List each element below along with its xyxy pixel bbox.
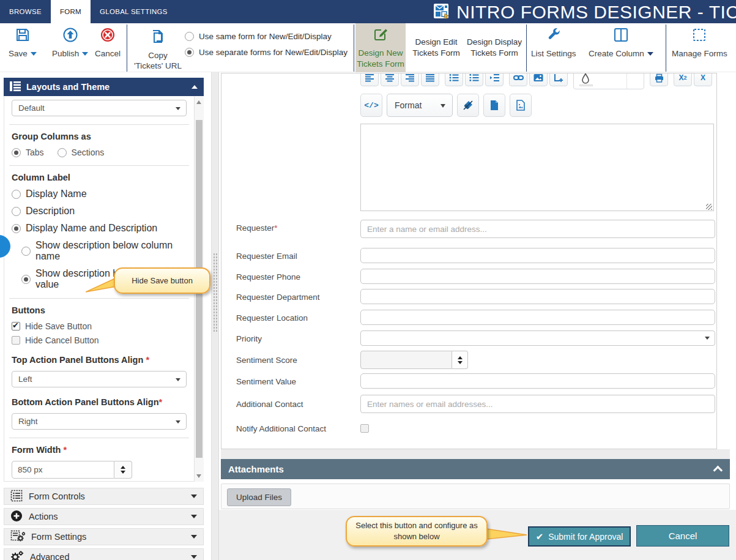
design-edit-tickets-form-button[interactable]: Design Edit Tickets Form	[411, 23, 461, 72]
requester-phone-input[interactable]	[360, 269, 715, 284]
align-left-button[interactable]	[360, 73, 379, 86]
create-column-button[interactable]: Create Column	[589, 27, 653, 58]
manage-forms-label: Manage Forms	[672, 49, 727, 58]
bullet-list-button[interactable]	[445, 73, 463, 86]
submit-for-approval-button[interactable]: ✔ Submit for Approval	[528, 526, 631, 547]
form-width-spin-buttons[interactable]	[114, 461, 132, 479]
additional-contact-input[interactable]: Enter names or email addresses...	[360, 395, 715, 413]
clear-formatting-button[interactable]	[457, 94, 479, 117]
format-dropdown[interactable]: Format	[387, 94, 453, 117]
create-column-dropdown-caret	[647, 52, 653, 56]
chevron-up-icon[interactable]	[713, 466, 723, 476]
design-display-tickets-form-button[interactable]: Design Display Tickets Form	[466, 23, 522, 72]
scroll-down-icon[interactable]	[196, 474, 201, 478]
align-justify-button[interactable]	[421, 73, 439, 86]
radio-circle	[12, 207, 21, 216]
requester-department-input[interactable]	[360, 289, 715, 304]
cancel-label: Cancel	[669, 531, 697, 541]
bottom-align-select[interactable]: Right	[12, 413, 187, 430]
upload-files-button[interactable]: Upload Files	[227, 488, 291, 506]
hide-cancel-button-checkbox[interactable]: Hide Cancel Button	[12, 335, 187, 345]
insert-link-button[interactable]	[509, 73, 527, 86]
requester-input[interactable]: Enter a name or email address...	[360, 220, 715, 238]
radio-tabs[interactable]: Tabs	[12, 147, 44, 157]
attachments-header[interactable]: Attachments	[221, 459, 730, 479]
hide-save-button-checkbox[interactable]: Hide Save Button	[12, 321, 187, 331]
bottom-align-value: Right	[18, 417, 38, 426]
radio-display-name-and-description[interactable]: Display Name and Description	[12, 223, 187, 234]
top-align-value: Left	[18, 375, 32, 384]
color-dropdown-caret[interactable]	[626, 73, 644, 89]
requester-email-input[interactable]	[360, 248, 715, 263]
align-center-button[interactable]	[381, 73, 399, 86]
accordion-form-controls[interactable]: Form Controls	[4, 488, 204, 505]
splitter-grip[interactable]	[213, 253, 218, 332]
tab-global-settings[interactable]: GLOBAL SETTINGS	[91, 0, 177, 23]
cancel-ribbon-button[interactable]: Cancel	[95, 27, 121, 58]
tab-browse[interactable]: BROWSE	[0, 0, 51, 23]
radio-use-separate-forms[interactable]: Use separate forms for New/Edit/Display	[185, 48, 348, 57]
form-width-input[interactable]: 850 px	[12, 461, 114, 479]
accordion-label: Form Settings	[31, 532, 86, 542]
attachments-title: Attachments	[228, 464, 284, 474]
submit-label: Submit for Approval	[548, 532, 623, 542]
subscript-button[interactable]: X2	[674, 73, 692, 86]
collapse-panel-icon[interactable]	[191, 85, 198, 89]
radio-description[interactable]: Description	[12, 206, 187, 217]
spin-up-icon	[121, 466, 125, 469]
form-designer-surface: X2 X </> Format	[221, 73, 717, 449]
radio-display-name[interactable]: Display Name	[12, 189, 187, 200]
publish-button[interactable]: Publish	[52, 27, 88, 58]
clear-format-x-button[interactable]: X	[694, 73, 712, 86]
theme-select[interactable]: Default	[12, 100, 187, 116]
save-label: Save	[9, 49, 28, 58]
list-settings-button[interactable]: List Settings	[531, 27, 576, 58]
insert-template-button[interactable]	[549, 73, 568, 86]
radio-use-same-form[interactable]: Use same form for New/Edit/Display	[185, 32, 348, 41]
tab-form[interactable]: FORM	[51, 0, 91, 23]
copy-tickets-url-button[interactable]: Copy 'Tickets' URL	[133, 28, 182, 72]
scroll-up-icon[interactable]	[196, 100, 201, 104]
requester-location-input[interactable]	[360, 310, 715, 325]
notify-additional-contact-checkbox[interactable]	[360, 424, 369, 433]
sentiment-score-input[interactable]	[360, 351, 452, 369]
accordion-actions[interactable]: Actions	[4, 508, 204, 525]
divider	[9, 124, 189, 125]
ribbon-separator	[354, 24, 354, 72]
new-document-button[interactable]	[483, 94, 505, 117]
sentiment-score-spin-buttons[interactable]	[452, 351, 468, 369]
accordion-advanced[interactable]: Advanced	[4, 548, 204, 560]
sentiment-value-input[interactable]	[360, 373, 715, 389]
accordion-form-settings[interactable]: Form Settings	[4, 528, 204, 545]
panel-splitter[interactable]	[211, 72, 219, 560]
theme-select-value: Default	[18, 103, 45, 113]
text-color-dropdown[interactable]	[573, 73, 644, 89]
callout-hide-save: Hide Save button	[114, 267, 210, 294]
save-button[interactable]: Save	[9, 27, 37, 58]
design-new-tickets-form-button[interactable]: Design New Tickets Form	[355, 23, 406, 72]
print-button[interactable]	[650, 73, 668, 86]
accordion-label: Advanced	[30, 552, 70, 560]
bottom-align-title: Bottom Action Panel Buttons Align*	[12, 397, 187, 407]
insert-image-button[interactable]	[529, 73, 548, 86]
numbered-list-button[interactable]	[465, 73, 483, 86]
resize-handle-icon[interactable]	[706, 204, 712, 210]
field-label: Requester*	[236, 223, 278, 233]
top-align-select[interactable]: Left	[12, 371, 187, 387]
priority-select[interactable]	[360, 330, 715, 346]
manage-forms-button[interactable]: Manage Forms	[672, 27, 727, 58]
align-right-button[interactable]	[401, 73, 419, 86]
source-code-button[interactable]: </>	[360, 94, 382, 117]
spin-down-icon	[458, 361, 463, 364]
rich-text-editor-area[interactable]	[360, 124, 714, 211]
image-file-button[interactable]	[510, 94, 532, 117]
radio-label: Display Name	[26, 189, 87, 200]
radio-description-below-name[interactable]: Show description below column name	[21, 240, 187, 262]
form-cancel-button[interactable]: Cancel	[636, 525, 729, 547]
design-new-label: Design New Tickets Form	[355, 48, 406, 69]
divider	[9, 298, 189, 299]
radio-sections[interactable]: Sections	[58, 147, 105, 157]
layouts-and-theme-header[interactable]: Layouts and Theme	[4, 78, 204, 96]
callout-tail	[86, 277, 117, 295]
indent-button[interactable]	[485, 73, 504, 86]
